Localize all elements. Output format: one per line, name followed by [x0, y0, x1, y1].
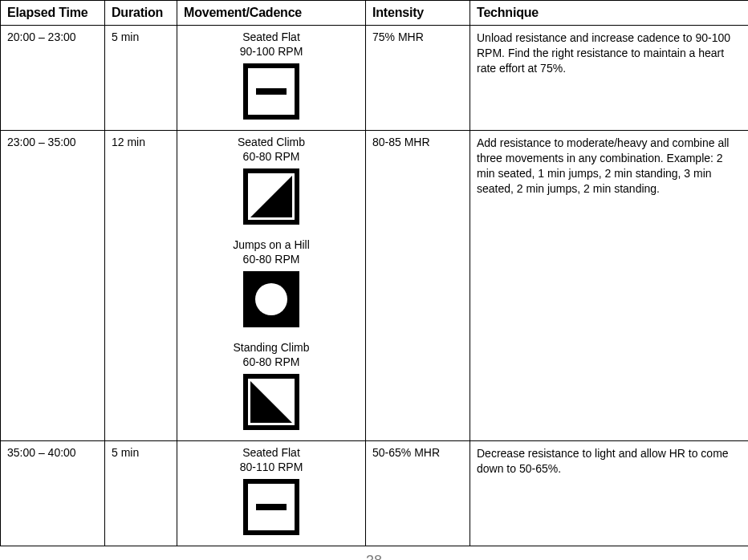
cell-movement: Seated Climb60-80 RPMJumps on a Hill60-8…	[177, 131, 366, 441]
header-technique: Technique	[470, 1, 749, 26]
cell-technique: Decrease resistance to light and allow H…	[470, 441, 749, 546]
cell-intensity: 75% MHR	[366, 26, 470, 131]
table-row: 20:00 – 23:005 minSeated Flat90-100 RPM7…	[1, 26, 749, 131]
workout-table: Elapsed Time Duration Movement/Cadence I…	[0, 0, 748, 546]
svg-point-5	[255, 283, 287, 315]
cell-duration: 5 min	[105, 441, 177, 546]
page-number: 38	[0, 553, 748, 560]
movement-rpm: 60-80 RPM	[184, 355, 359, 370]
movement-block: Seated Flat80-110 RPM	[184, 446, 359, 538]
table-header-row: Elapsed Time Duration Movement/Cadence I…	[1, 1, 749, 26]
header-elapsed: Elapsed Time	[1, 1, 105, 26]
cell-movement: Seated Flat90-100 RPM	[177, 26, 366, 131]
movement-name: Seated Flat	[184, 446, 359, 461]
header-movement: Movement/Cadence	[177, 1, 366, 26]
movement-rpm: 80-110 RPM	[184, 461, 359, 475]
movement-rpm: 90-100 RPM	[184, 45, 359, 59]
movement-block: Seated Climb60-80 RPM	[184, 136, 359, 227]
table-body: 20:00 – 23:005 minSeated Flat90-100 RPM7…	[1, 26, 749, 546]
cell-intensity: 80-85 MHR	[366, 131, 470, 441]
cell-duration: 5 min	[105, 26, 177, 131]
movement-block: Standing Climb60-80 RPM	[184, 341, 359, 432]
table-row: 23:00 – 35:0012 minSeated Climb60-80 RPM…	[1, 131, 749, 441]
climb-seated-icon	[243, 168, 299, 227]
svg-rect-9	[256, 504, 287, 510]
cell-elapsed: 20:00 – 23:00	[1, 26, 105, 131]
cell-technique: Add resistance to moderate/heavy and com…	[470, 131, 749, 441]
movement-block: Jumps on a Hill60-80 RPM	[184, 238, 359, 330]
climb-standing-icon	[243, 374, 299, 432]
cell-duration: 12 min	[105, 131, 177, 441]
cell-technique: Unload resistance and increase cadence t…	[470, 26, 749, 131]
cell-elapsed: 23:00 – 35:00	[1, 131, 105, 441]
cell-movement: Seated Flat80-110 RPM	[177, 441, 366, 546]
cell-intensity: 50-65% MHR	[366, 441, 470, 546]
movement-name: Standing Climb	[184, 341, 359, 355]
cell-elapsed: 35:00 – 40:00	[1, 441, 105, 546]
svg-rect-1	[256, 88, 287, 95]
table-row: 35:00 – 40:005 minSeated Flat80-110 RPM5…	[1, 441, 749, 546]
movement-rpm: 60-80 RPM	[184, 150, 359, 164]
header-duration: Duration	[105, 1, 177, 26]
jumps-icon	[243, 271, 299, 330]
header-intensity: Intensity	[366, 1, 470, 26]
flat-icon	[243, 479, 299, 538]
movement-block: Seated Flat90-100 RPM	[184, 30, 359, 122]
movement-rpm: 60-80 RPM	[184, 253, 359, 267]
movement-name: Jumps on a Hill	[184, 238, 359, 253]
workout-table-container: Elapsed Time Duration Movement/Cadence I…	[0, 0, 748, 546]
flat-icon	[243, 63, 299, 122]
movement-name: Seated Climb	[184, 136, 359, 150]
movement-name: Seated Flat	[184, 30, 359, 45]
